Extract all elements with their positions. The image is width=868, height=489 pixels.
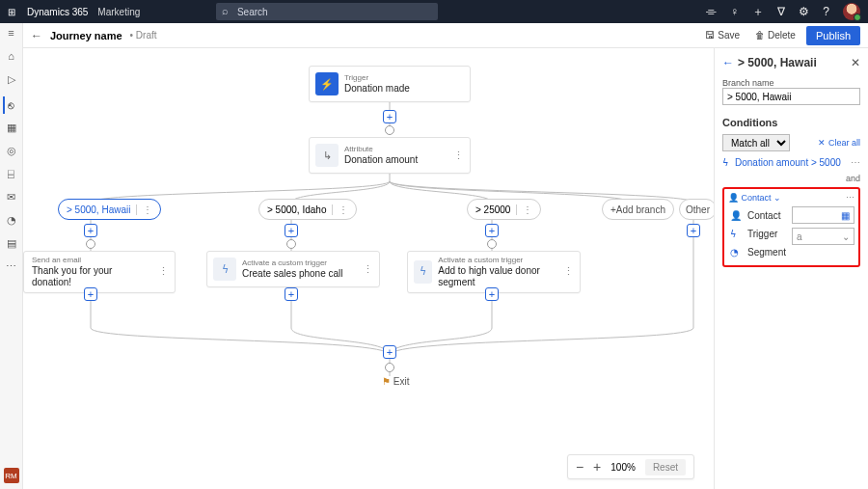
zoom-toolbar: − + 100% Reset: [567, 454, 694, 479]
conditions-controls: Match all ✕ Clear all: [722, 134, 860, 151]
add-step-button[interactable]: +: [285, 224, 298, 237]
node-more-icon[interactable]: ⋮: [357, 263, 379, 276]
popover-title[interactable]: Contact: [742, 193, 772, 203]
journey-canvas[interactable]: ⚡ Trigger Donation made + ↳ Attribute Do…: [23, 48, 714, 489]
app-launcher-icon[interactable]: ⊞: [0, 7, 23, 17]
trigger-icon: ϟ: [414, 260, 432, 284]
publish-button[interactable]: Publish: [806, 26, 860, 45]
option-label: Segment: [747, 247, 786, 258]
condition-value[interactable]: Donation amount > 5000: [735, 157, 841, 168]
page-title: Journey name: [50, 30, 122, 41]
settings-icon[interactable]: ⚙: [799, 5, 809, 18]
add-step-button[interactable]: +: [383, 110, 396, 123]
clear-all-button[interactable]: ✕ Clear all: [818, 138, 860, 148]
trigger-node[interactable]: ⚡ Trigger Donation made: [309, 66, 471, 102]
lookup-input[interactable]: ▦: [792, 206, 854, 224]
add-icon[interactable]: ＋: [752, 4, 764, 20]
bolt-icon: ⚡: [315, 72, 339, 95]
filter-icon[interactable]: ∇: [777, 5, 785, 18]
nav-home-icon[interactable]: ⌂: [4, 50, 19, 66]
left-nav-rail: ≡ ⌂ ▷ ⎋ ▦ ◎ ⌸ ✉ ◔ ▤ ⋯ RM: [0, 23, 23, 489]
nav-play-icon[interactable]: ▷: [4, 73, 19, 89]
conditions-heading: Conditions: [722, 117, 860, 128]
node-more-icon[interactable]: ⋮: [448, 149, 470, 162]
branch-pill-2[interactable]: > 5000, Idaho⋮: [258, 199, 357, 220]
help-icon[interactable]: ?: [823, 5, 829, 18]
panel-close-button[interactable]: ✕: [851, 56, 860, 69]
branch-other[interactable]: Other: [679, 199, 717, 220]
pill-more-icon[interactable]: ⋮: [516, 204, 532, 215]
option-label: Contact: [747, 210, 780, 221]
connector-dot: [86, 239, 95, 249]
add-step-button[interactable]: +: [285, 287, 298, 301]
nav-target-icon[interactable]: ◎: [4, 145, 19, 160]
match-select[interactable]: Match all: [722, 134, 790, 151]
pill-more-icon[interactable]: ⋮: [136, 204, 152, 215]
panel-back-button[interactable]: ←: [722, 56, 734, 69]
operator-select[interactable]: a⌄: [792, 228, 854, 245]
back-button[interactable]: ←: [31, 29, 42, 42]
branch-pill-1[interactable]: > 5000, Hawaii⋮: [58, 199, 161, 220]
add-step-button[interactable]: +: [383, 345, 396, 359]
option-trigger[interactable]: ϟTrigger: [728, 225, 788, 243]
zoom-level: 100%: [610, 462, 636, 473]
connector-dot: [487, 239, 497, 249]
popover-header: 👤 Contact ⌄ ⋯: [728, 193, 854, 203]
add-step-button[interactable]: +: [84, 224, 97, 237]
zoom-in-button[interactable]: +: [593, 459, 601, 475]
node-more-icon[interactable]: ⋮: [152, 265, 175, 278]
attribute-node[interactable]: ↳ Attribute Donation amount ⋮: [309, 137, 471, 174]
nav-asset-icon[interactable]: ▤: [4, 237, 19, 253]
node-text: Activate a custom trigger Create sales p…: [242, 255, 349, 284]
rule-icon: ϟ: [722, 157, 729, 168]
zoom-out-button[interactable]: −: [576, 459, 583, 475]
lightbulb-icon[interactable]: ♀: [730, 5, 739, 18]
segment-icon: ◔: [730, 247, 742, 258]
zoom-reset-button[interactable]: Reset: [645, 459, 686, 475]
panel-header: ← > 5000, Hawaii ✕: [722, 56, 860, 69]
branch-label: > 5000, Idaho: [267, 204, 326, 215]
nav-chart-icon[interactable]: ▦: [4, 122, 19, 137]
nav-more-icon[interactable]: ⋯: [4, 260, 19, 276]
topbar-right: ⌯ ♀ ＋ ∇ ⚙ ?: [705, 3, 868, 20]
save-button[interactable]: 🖫 Save: [700, 27, 745, 43]
node-more-icon[interactable]: ⋮: [557, 265, 580, 278]
delete-label: Delete: [768, 30, 796, 41]
branch-pill-3[interactable]: > 25000⋮: [467, 199, 541, 220]
trigger-icon: ϟ: [213, 258, 236, 281]
add-branch-button[interactable]: + Add branch: [602, 199, 674, 220]
nav-layers-icon[interactable]: ⌸: [4, 168, 19, 183]
option-segment[interactable]: ◔Segment: [728, 243, 788, 261]
nav-mail-icon[interactable]: ✉: [4, 191, 19, 206]
avatar[interactable]: [843, 3, 860, 20]
branch-name-input[interactable]: [722, 88, 860, 105]
add-condition-popover: 👤 Contact ⌄ ⋯ 👤Contact ϟTrigger ◔Segment…: [722, 187, 860, 267]
action-node-email[interactable]: Send an email Thank you for your donatio…: [23, 251, 176, 293]
pill-more-icon[interactable]: ⋮: [332, 204, 348, 215]
node-title: Donation made: [344, 83, 410, 95]
search-input[interactable]: [216, 3, 438, 20]
node-title: Thank you for your donation!: [32, 265, 147, 288]
nav-clock-icon[interactable]: ◔: [4, 214, 19, 230]
nav-menu-icon[interactable]: ≡: [4, 27, 19, 42]
option-contact[interactable]: 👤Contact: [728, 206, 788, 225]
condition-row: ϟ Donation amount > 5000 ⋯: [722, 157, 860, 168]
delete-button[interactable]: 🗑 Delete: [750, 27, 800, 43]
add-step-button[interactable]: +: [485, 224, 499, 237]
search-icon: ⌕: [222, 5, 229, 16]
add-step-button[interactable]: +: [485, 287, 499, 301]
nav-journey-icon[interactable]: ⎋: [3, 96, 18, 114]
node-text: Attribute Donation amount: [344, 141, 423, 170]
user-badge[interactable]: RM: [4, 468, 19, 483]
bolt-icon: ϟ: [730, 229, 742, 239]
branch-label: > 25000: [475, 204, 510, 215]
chevron-down-icon[interactable]: ⌄: [772, 193, 782, 203]
node-subtitle: Trigger: [344, 73, 410, 83]
add-step-button[interactable]: +: [84, 287, 97, 301]
condition-more-icon[interactable]: ⋯: [851, 157, 860, 168]
action-node-trigger-1[interactable]: ϟ Activate a custom trigger Create sales…: [206, 251, 380, 287]
add-step-button[interactable]: +: [687, 224, 700, 237]
popover-more-icon[interactable]: ⋯: [846, 193, 854, 203]
assistant-icon[interactable]: ⌯: [705, 5, 717, 18]
header-actions: 🖫 Save 🗑 Delete Publish: [700, 26, 860, 45]
